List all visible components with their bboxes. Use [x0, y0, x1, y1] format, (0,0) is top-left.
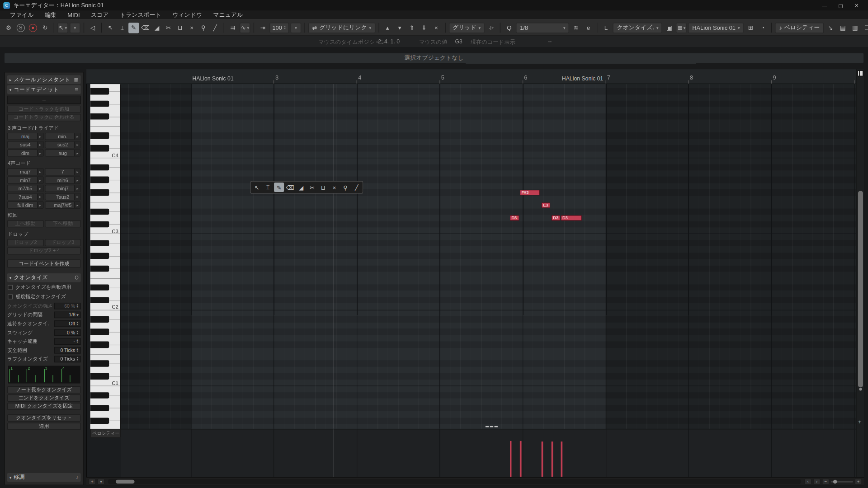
part-selector-dropdown[interactable]: HALion Sonic 01▾	[689, 23, 744, 33]
velocity-bar[interactable]	[552, 441, 553, 477]
black-key[interactable]	[90, 297, 109, 303]
autoscroll-button[interactable]: ⇉	[227, 23, 238, 33]
white-key[interactable]	[90, 234, 120, 240]
chord-variant-arrow-icon[interactable]: ▸	[37, 177, 42, 183]
white-key[interactable]	[90, 291, 120, 297]
tool-range[interactable]: ⌶	[117, 23, 127, 33]
tool-range[interactable]: ⌶	[263, 183, 273, 192]
solo-button[interactable]: S	[15, 23, 26, 33]
param-value-field[interactable]: 0 Ticks▲▼	[54, 347, 81, 354]
chord-button-7[interactable]: 7▸	[45, 168, 81, 175]
quantize-button[interactable]: 適用	[7, 423, 81, 430]
insert-velocity-dropdown[interactable]: ▾	[291, 23, 301, 33]
param-value-field[interactable]: 60 %▲▼	[54, 303, 81, 310]
midi-note-D3[interactable]: D3	[552, 215, 561, 221]
chord-variant-arrow-icon[interactable]: ▸	[74, 194, 80, 200]
black-key[interactable]	[90, 132, 109, 139]
white-key[interactable]	[90, 335, 120, 342]
swing-button[interactable]: ≋	[571, 23, 581, 33]
black-key[interactable]	[90, 265, 109, 272]
black-key[interactable]	[90, 189, 109, 196]
hzoom-out-button[interactable]: −	[822, 479, 829, 484]
chord-variant-arrow-icon[interactable]: ▸	[37, 202, 42, 208]
section-chord-edit[interactable]: ▾ コードエディット ≣	[7, 85, 81, 94]
maximize-button[interactable]: ▢	[833, 0, 849, 10]
param-value-field[interactable]: -▲▼	[54, 338, 81, 345]
chord-variant-arrow-icon[interactable]: ▸	[37, 150, 42, 156]
black-key[interactable]	[90, 240, 109, 246]
section-quantize[interactable]: ▾ クオンタイズ Q	[7, 273, 81, 282]
chord-button-7sus4[interactable]: 7sus4▸	[7, 193, 43, 200]
param-value-field[interactable]: 0 %▲▼	[54, 329, 81, 336]
corner-arrow-button[interactable]: ↘	[826, 23, 836, 33]
velocity-lane[interactable]	[121, 429, 856, 477]
velocity-bar[interactable]	[561, 441, 562, 477]
white-key[interactable]	[90, 424, 120, 429]
spinner-icon[interactable]: ▲▼	[284, 25, 286, 30]
chord-button-full dim[interactable]: full dim▸	[7, 202, 43, 209]
section-scale-assistant[interactable]: ▸ スケールアシスタント ▦	[7, 75, 81, 84]
step-down-button[interactable]: ▾	[395, 23, 405, 33]
chord-variant-arrow-icon[interactable]: ▸	[37, 169, 42, 174]
tool-draw[interactable]: ✎	[128, 23, 139, 33]
white-key[interactable]	[90, 202, 120, 208]
midi-note-D3[interactable]: D3	[510, 215, 519, 221]
black-key[interactable]	[90, 113, 109, 120]
add-chord-track-button[interactable]: コードトラックを追加	[7, 106, 81, 113]
black-key[interactable]	[90, 342, 109, 348]
chord-variant-arrow-icon[interactable]: ▸	[74, 141, 80, 147]
black-key[interactable]	[90, 418, 109, 424]
black-key[interactable]	[90, 329, 109, 335]
chord-button-min.[interactable]: min.▸	[45, 133, 81, 140]
grid-relative-button[interactable]: -|+	[486, 23, 496, 33]
black-key[interactable]	[90, 373, 109, 380]
chord-button-m7/b5[interactable]: m7/b5▸	[7, 185, 43, 192]
menu-トランスポート[interactable]: トランスポート	[114, 11, 167, 19]
grid-overlay-button[interactable]: ⊞	[745, 23, 756, 33]
white-key[interactable]	[90, 259, 120, 265]
tool-erase[interactable]: ⌫	[285, 183, 295, 192]
white-key[interactable]	[90, 246, 120, 253]
tool-select[interactable]: ↖	[105, 23, 116, 33]
tool-trim[interactable]: ◢	[296, 183, 306, 192]
chord-button-下へ移動[interactable]: 下へ移動	[45, 220, 81, 227]
vzoom-in-button[interactable]: +	[858, 419, 861, 425]
black-key[interactable]	[90, 392, 109, 399]
chord-variant-arrow-icon[interactable]: ▸	[74, 133, 80, 139]
match-chord-track-button[interactable]: コードトラックに合わせる	[7, 114, 81, 121]
chord-button-sus2[interactable]: sus2▸	[45, 141, 81, 148]
tool-glue[interactable]: ⊔	[318, 183, 328, 192]
white-key[interactable]	[90, 278, 120, 284]
chord-button-maj7[interactable]: maj7▸	[7, 168, 43, 175]
hscroll-track[interactable]	[108, 479, 801, 484]
param-value-field[interactable]: 0 Ticks▲▼	[54, 356, 81, 362]
white-key[interactable]	[90, 386, 120, 392]
chord-button-dim[interactable]: dim▸	[7, 150, 43, 157]
tool-line[interactable]: ╱	[352, 183, 362, 192]
scroll-right-button[interactable]: ›	[813, 479, 821, 484]
param-value-field[interactable]: 1/8▾	[54, 311, 81, 318]
velocity-bar[interactable]	[510, 441, 512, 477]
chord-button-ドロップ3[interactable]: ドロップ3	[45, 239, 81, 246]
curve-dropdown[interactable]: ∿▾	[240, 23, 250, 33]
tool-select[interactable]: ↖	[252, 183, 262, 192]
menu-編集[interactable]: 編集	[39, 11, 62, 19]
drop-2-4-button[interactable]: ドロップ2 + 4	[7, 247, 81, 254]
chord-variant-arrow-icon[interactable]: ▸	[37, 133, 42, 139]
quantize-button[interactable]: クオンタイズをリセット	[7, 414, 81, 422]
keyboard-display-toggle[interactable]	[858, 70, 863, 76]
white-key[interactable]	[90, 158, 120, 164]
chord-button-上へ移動[interactable]: 上へ移動	[7, 220, 43, 227]
black-key[interactable]	[90, 88, 109, 94]
window-layout-button[interactable]: ❏	[862, 23, 868, 33]
black-key[interactable]	[90, 361, 109, 367]
tool-draw[interactable]: ✎	[274, 183, 284, 192]
transpose-down-button[interactable]: ⇓	[419, 23, 429, 33]
menu-ウィンドウ[interactable]: ウィンドウ	[167, 11, 208, 19]
black-key[interactable]	[90, 316, 109, 323]
hzoom-slider[interactable]	[831, 480, 853, 482]
white-key[interactable]	[90, 126, 120, 132]
quantize-button[interactable]: エンドをクオンタイズ	[7, 394, 81, 402]
length-quantize-button[interactable]: L	[601, 23, 611, 33]
white-key[interactable]	[90, 107, 120, 113]
